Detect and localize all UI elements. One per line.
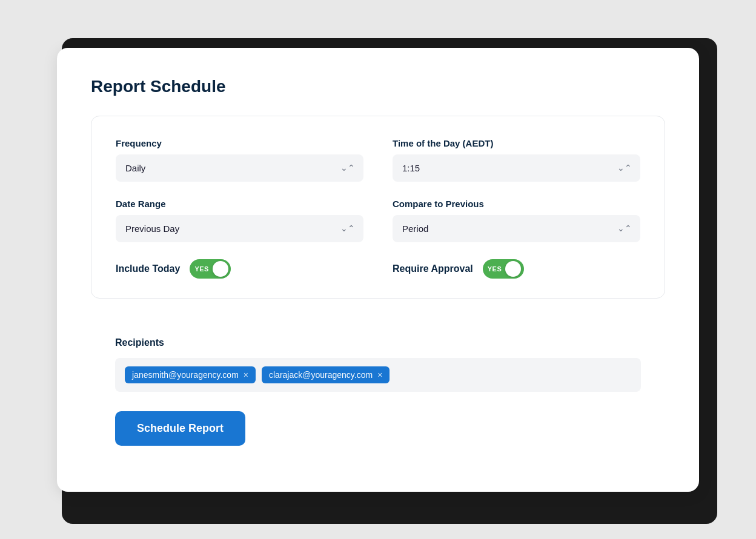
recipient-tag-1: janesmith@youragency.com × xyxy=(125,366,256,383)
date-range-select[interactable]: Previous Day Previous Week Previous Mont… xyxy=(116,215,363,242)
include-today-toggle[interactable]: YES xyxy=(190,259,231,279)
recipients-section: Recipients janesmith@youragency.com × cl… xyxy=(91,318,665,463)
require-approval-toggle[interactable]: YES xyxy=(483,259,524,279)
form-row-2: Date Range Previous Day Previous Week Pr… xyxy=(116,199,640,242)
date-range-label: Date Range xyxy=(116,199,363,209)
recipients-label: Recipients xyxy=(115,337,641,348)
frequency-label: Frequency xyxy=(116,138,363,148)
require-approval-label: Require Approval xyxy=(393,263,473,274)
compare-select[interactable]: Period Week Month Year xyxy=(393,215,640,242)
time-group: Time of the Day (AEDT) 1:15 2:00 6:00 9:… xyxy=(393,138,640,182)
require-approval-group: Require Approval YES xyxy=(393,259,640,279)
form-section: Frequency Daily Weekly Monthly ⌄⌃ Time o… xyxy=(91,116,665,299)
compare-select-wrapper: Period Week Month Year ⌄⌃ xyxy=(393,215,640,242)
recipient-email-1: janesmith@youragency.com xyxy=(132,370,239,380)
compare-group: Compare to Previous Period Week Month Ye… xyxy=(393,199,640,242)
frequency-select-wrapper: Daily Weekly Monthly ⌄⌃ xyxy=(116,154,363,182)
page-title: Report Schedule xyxy=(91,77,665,96)
include-today-group: Include Today YES xyxy=(116,259,363,279)
frequency-group: Frequency Daily Weekly Monthly ⌄⌃ xyxy=(116,138,363,182)
recipient-tag-2: clarajack@youragency.com × xyxy=(262,366,390,383)
remove-recipient-1-button[interactable]: × xyxy=(244,371,248,379)
remove-recipient-2-button[interactable]: × xyxy=(377,371,382,379)
time-label: Time of the Day (AEDT) xyxy=(393,138,640,148)
time-select[interactable]: 1:15 2:00 6:00 9:00 12:00 xyxy=(393,154,640,182)
date-range-select-wrapper: Previous Day Previous Week Previous Mont… xyxy=(116,215,363,242)
include-today-label: Include Today xyxy=(116,263,180,274)
include-today-knob xyxy=(213,261,228,277)
form-row-1: Frequency Daily Weekly Monthly ⌄⌃ Time o… xyxy=(116,138,640,182)
require-approval-knob xyxy=(505,261,521,277)
frequency-select[interactable]: Daily Weekly Monthly xyxy=(116,154,363,182)
schedule-report-button[interactable]: Schedule Report xyxy=(115,411,245,446)
include-today-toggle-text: YES xyxy=(194,265,209,273)
time-select-wrapper: 1:15 2:00 6:00 9:00 12:00 ⌄⌃ xyxy=(393,154,640,182)
recipients-input-box[interactable]: janesmith@youragency.com × clarajack@you… xyxy=(115,358,641,392)
date-range-group: Date Range Previous Day Previous Week Pr… xyxy=(116,199,363,242)
require-approval-toggle-text: YES xyxy=(488,265,502,273)
toggles-row: Include Today YES Require Approval YES xyxy=(116,259,640,279)
main-card: Report Schedule Frequency Daily Weekly M… xyxy=(57,48,699,492)
recipient-email-2: clarajack@youragency.com xyxy=(269,370,373,380)
compare-label: Compare to Previous xyxy=(393,199,640,209)
